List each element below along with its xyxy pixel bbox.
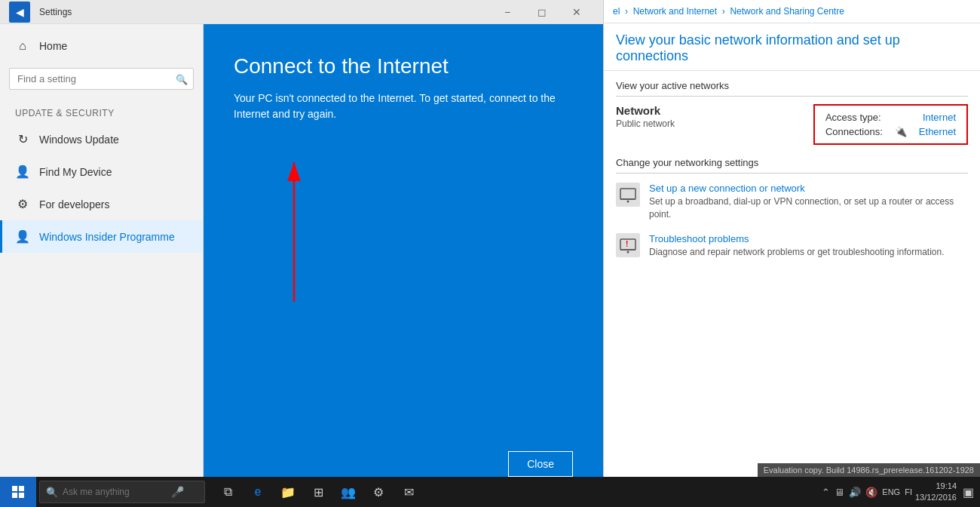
tray-icons: ⌃ 🖥 🔊 🔇 [820, 485, 879, 499]
sidebar-item-label: Windows Insider Programme [39, 231, 175, 243]
windows-update-icon: ↻ [15, 132, 30, 146]
sidebar-item-label: Windows Update [39, 134, 119, 146]
sidebar-item-for-developers[interactable]: ⚙ For developers [0, 188, 203, 220]
svg-rect-9 [12, 486, 17, 491]
task-view-button[interactable]: ⧉ [214, 477, 241, 507]
settings-sidebar: ⌂ Home 🔍 Update & security ↻ Windows Upd… [0, 24, 204, 507]
sidebar-search: 🔍 [9, 68, 194, 90]
clock-time: 19:14 [915, 481, 957, 492]
new-connection-text: Set up a new connection or network Set u… [649, 183, 968, 221]
file-explorer-icon[interactable]: 📁 [274, 477, 302, 507]
for-developers-icon: ⚙ [15, 197, 30, 211]
expand-tray-icon[interactable]: ⌃ [820, 485, 831, 499]
network-action-troubleshoot: ! Troubleshoot problems Diagnose and rep… [616, 233, 968, 259]
troubleshoot-icon: ! [616, 233, 640, 257]
taskbar-icons: ⧉ e 📁 ⊞ 👥 ⚙ ✉ [214, 477, 422, 507]
svg-rect-11 [12, 493, 17, 498]
access-type-row: Access type: Internet [825, 112, 956, 123]
new-connection-link[interactable]: Set up a new connection or network [649, 183, 968, 194]
find-my-device-icon: 👤 [15, 164, 30, 179]
settings-body: ⌂ Home 🔍 Update & security ↻ Windows Upd… [0, 24, 603, 507]
svg-rect-10 [19, 486, 24, 491]
home-icon: ⌂ [15, 39, 30, 53]
home-label: Home [39, 40, 67, 52]
network-page-title: View your basic network information and … [604, 23, 980, 71]
taskbar-clock[interactable]: 19:14 13/12/2016 [915, 481, 957, 504]
notification-icon[interactable]: ▣ [963, 485, 974, 499]
people-icon[interactable]: 👥 [335, 477, 362, 507]
network-panel: el › Network and Internet › Network and … [603, 0, 980, 507]
troubleshoot-text: Troubleshoot problems Diagnose and repai… [649, 233, 945, 259]
volume-icon[interactable]: 🔊 [847, 485, 862, 499]
locale-label: FI [905, 487, 912, 496]
mail-icon[interactable]: ✉ [395, 477, 422, 507]
connections-label: Connections: [825, 126, 883, 137]
windows-insider-icon: 👤 [15, 229, 30, 244]
back-button[interactable]: ◀ [9, 2, 30, 23]
settings-content: Windows Insider Programme Get Insider Pr… [204, 24, 603, 507]
taskbar: 🔍 🎤 ⧉ e 📁 ⊞ 👥 ⚙ ✉ ⌃ 🖥 🔊 🔇 ENG FI 19:14 1… [0, 477, 980, 507]
search-input[interactable] [9, 68, 194, 90]
windows-store-icon[interactable]: ⊞ [305, 477, 332, 507]
svg-text:!: ! [626, 240, 628, 248]
troubleshoot-desc: Diagnose and repair network problems or … [649, 246, 945, 259]
svg-point-4 [627, 201, 629, 203]
sidebar-home[interactable]: ⌂ Home [0, 30, 203, 62]
volume-muted-icon[interactable]: 🔇 [864, 485, 879, 499]
edge-icon[interactable]: e [244, 477, 271, 507]
connections-row: Connections: 🔌 Ethernet [825, 126, 956, 137]
troubleshoot-link[interactable]: Troubleshoot problems [649, 233, 945, 244]
maximize-button[interactable]: ◻ [525, 0, 559, 24]
network-name: Network [616, 104, 798, 117]
breadcrumb-el[interactable]: el [613, 6, 620, 17]
svg-rect-2 [620, 189, 635, 199]
dialog-title: Connect to the Internet [234, 54, 573, 78]
sidebar-item-label: Find My Device [39, 166, 112, 178]
network-type: Public network [616, 118, 798, 129]
titlebar-title: Settings [39, 7, 490, 17]
settings-window: ◀ Settings − ◻ ✕ ⌂ Home 🔍 Update & secur… [0, 0, 603, 507]
access-type-value[interactable]: Internet [923, 112, 956, 123]
sidebar-item-label: For developers [39, 198, 109, 210]
window-controls: − ◻ ✕ [490, 0, 594, 24]
eval-watermark: Evaluation copy. Build 14986.rs_prerelea… [758, 463, 980, 477]
breadcrumb: el › Network and Internet › Network and … [604, 0, 980, 23]
settings-titlebar: ◀ Settings − ◻ ✕ [0, 0, 603, 24]
settings-icon[interactable]: ⚙ [365, 477, 392, 507]
sidebar-item-windows-update[interactable]: ↻ Windows Update [0, 123, 203, 155]
access-type-label: Access type: [825, 112, 881, 123]
network-tray-icon[interactable]: 🖥 [833, 485, 846, 499]
start-button[interactable] [0, 477, 36, 507]
network-info: Network Public network Access type: Inte… [616, 104, 968, 145]
sidebar-item-find-my-device[interactable]: 👤 Find My Device [0, 155, 203, 188]
dialog-close-button[interactable]: Close [508, 451, 573, 477]
breadcrumb-network-sharing[interactable]: Network and Sharing Centre [730, 6, 844, 17]
network-action-new-connection: Set up a new connection or network Set u… [616, 183, 968, 221]
language-label: ENG [882, 487, 900, 496]
taskbar-search[interactable]: 🔍 🎤 [39, 481, 205, 503]
close-button[interactable]: ✕ [559, 0, 594, 24]
microphone-icon[interactable]: 🎤 [171, 486, 184, 498]
connections-value[interactable]: Ethernet [919, 126, 956, 137]
search-icon: 🔍 [176, 73, 188, 84]
active-networks-label: View your active networks [616, 80, 968, 97]
search-icon: 🔍 [46, 487, 58, 498]
svg-point-7 [627, 250, 629, 253]
connections-icon: 🔌 [895, 126, 907, 137]
taskbar-right: ⌃ 🖥 🔊 🔇 ENG FI 19:14 13/12/2016 ▣ [820, 481, 980, 504]
new-connection-desc: Set up a broadband, dial-up or VPN conne… [649, 195, 968, 221]
network-access-box: Access type: Internet Connections: 🔌 Eth… [813, 104, 968, 145]
breadcrumb-network-internet[interactable]: Network and Internet [633, 6, 717, 17]
sidebar-item-windows-insider[interactable]: 👤 Windows Insider Programme [0, 220, 203, 253]
svg-rect-12 [19, 493, 24, 498]
connect-internet-dialog: Connect to the Internet Your PC isn't co… [204, 24, 603, 507]
taskbar-sys: ENG FI [882, 487, 912, 496]
new-connection-icon [616, 183, 640, 207]
search-input[interactable] [63, 487, 168, 497]
dialog-message: Your PC isn't connected to the Internet.… [234, 91, 573, 122]
network-body: View your active networks Network Public… [604, 71, 980, 507]
minimize-button[interactable]: − [490, 0, 525, 24]
clock-date: 13/12/2016 [915, 492, 957, 503]
change-settings-label: Change your networking settings [616, 157, 968, 174]
network-name-section: Network Public network [616, 104, 798, 129]
